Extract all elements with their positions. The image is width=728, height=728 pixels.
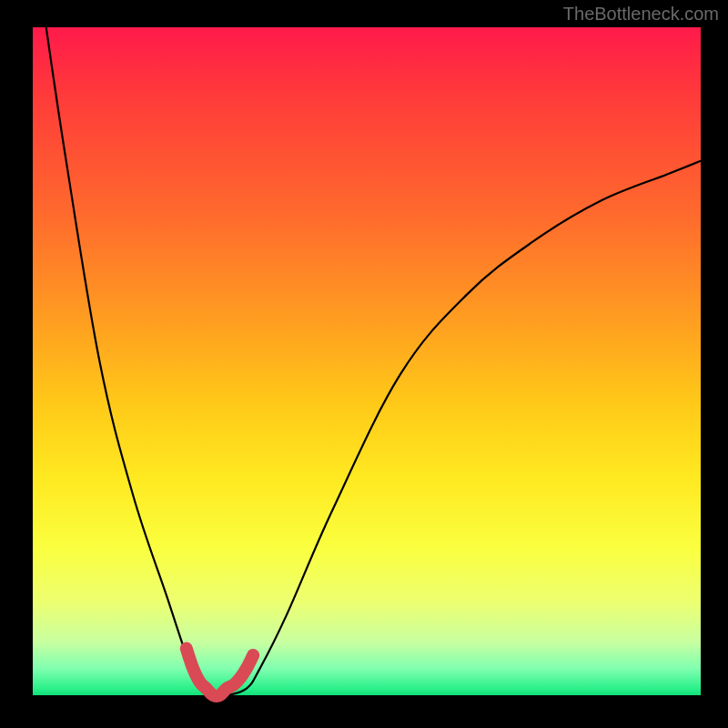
bottleneck-curve-line [46, 27, 701, 696]
watermark-text: TheBottleneck.com [563, 4, 719, 25]
minimum-highlight-line [187, 649, 253, 696]
chart-svg [33, 27, 701, 695]
